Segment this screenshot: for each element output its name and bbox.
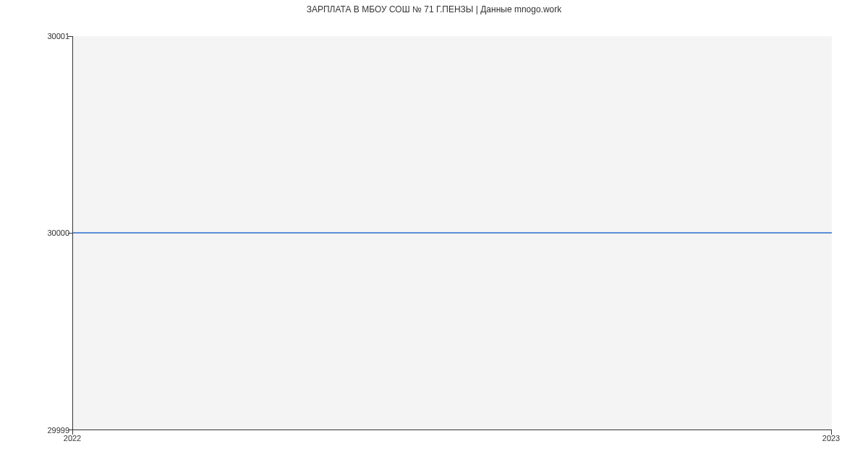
data-line [73, 232, 832, 234]
x-tick-label: 2023 [822, 434, 840, 443]
chart-title: ЗАРПЛАТА В МБОУ СОШ № 71 Г.ПЕНЗЫ | Данны… [0, 4, 868, 14]
plot-area [72, 36, 832, 430]
y-tick-label: 30001 [33, 32, 69, 40]
y-tick-label: 30000 [33, 228, 69, 237]
salary-line-chart: ЗАРПЛАТА В МБОУ СОШ № 71 Г.ПЕНЗЫ | Данны… [0, 0, 868, 470]
x-tick-label: 2022 [64, 434, 81, 443]
